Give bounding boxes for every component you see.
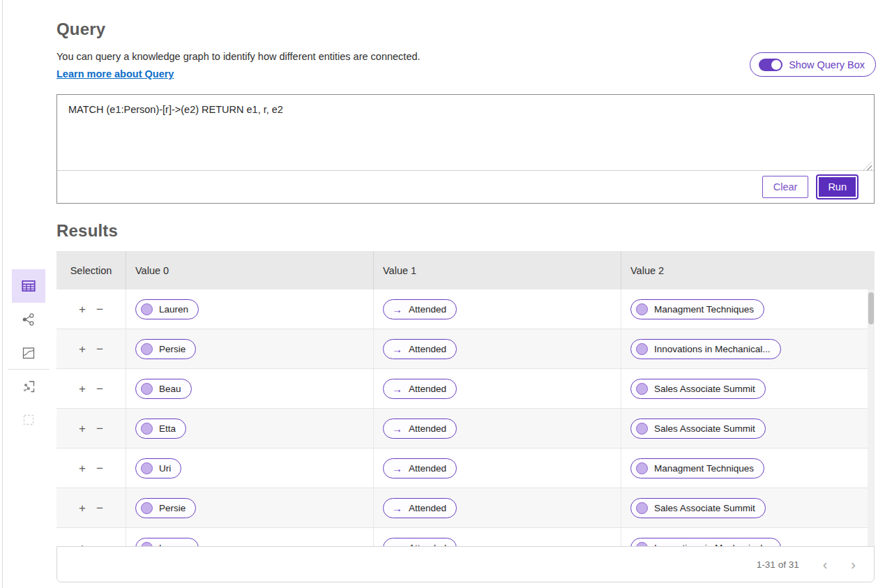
relationship-pill[interactable]: → Attended	[383, 458, 457, 478]
entity-node-icon	[141, 462, 153, 474]
remove-from-selection-button[interactable]: −	[96, 343, 103, 355]
value0-cell: Lauren	[126, 289, 374, 329]
entity-pill[interactable]: Persie	[135, 339, 196, 359]
relationship-pill[interactable]: → Attended	[383, 498, 457, 518]
remove-from-selection-button[interactable]: −	[96, 423, 103, 435]
entity-node-icon	[141, 502, 153, 514]
relationship-pill[interactable]: → Attended	[383, 299, 457, 319]
add-to-selection-button[interactable]: +	[79, 303, 86, 315]
value0-cell: Uri	[126, 448, 374, 488]
value0-cell: Lauren	[126, 528, 374, 546]
value2-cell: Sales Associate Summit	[621, 409, 875, 448]
entity-pill-label: Persie	[159, 503, 186, 513]
relationship-pill-label: Attended	[409, 384, 446, 394]
vertical-scrollbar[interactable]	[868, 289, 875, 546]
table-header-row: Selection Value 0 Value 1 Value 2	[56, 251, 875, 289]
entity-node-icon	[141, 423, 153, 435]
scrollbar-thumb[interactable]	[868, 292, 874, 324]
entity-pill[interactable]: Lauren	[135, 299, 199, 319]
value0-cell: Etta	[126, 409, 374, 448]
value1-cell: → Attended	[374, 409, 621, 448]
chevron-left-icon[interactable]: ‹	[823, 557, 828, 571]
relationship-pill-label: Attended	[409, 503, 446, 513]
relationship-pill-label: Attended	[409, 344, 446, 354]
entity-pill[interactable]: Innovations in Mechanical...	[630, 538, 781, 547]
entity-pill[interactable]: Persie	[135, 498, 196, 518]
entity-pill[interactable]: Uri	[135, 458, 181, 478]
view-tab-network[interactable]	[12, 303, 45, 336]
entity-node-icon	[141, 303, 153, 315]
add-to-selection-button[interactable]: +	[79, 423, 86, 435]
column-header-selection: Selection	[56, 251, 126, 289]
entity-pill[interactable]: Sales Associate Summit	[630, 419, 766, 439]
query-input[interactable]: MATCH (e1:Person)-[r]->(e2) RETURN e1, r…	[57, 95, 874, 170]
table-row: + − Persie → Attended Innovations in Mec…	[56, 329, 875, 369]
value1-cell: → Attended	[374, 528, 621, 546]
value0-cell: Persie	[126, 329, 374, 368]
add-to-selection-button[interactable]: +	[79, 502, 86, 514]
entity-pill-label: Innovations in Mechanical...	[654, 344, 771, 354]
value1-cell: → Attended	[374, 329, 621, 368]
add-to-selection-button[interactable]: +	[79, 462, 86, 474]
entity-pill[interactable]: Etta	[135, 419, 186, 439]
view-tab-map-network[interactable]	[12, 370, 45, 403]
table-view-icon	[20, 278, 37, 294]
results-title: Results	[56, 221, 118, 241]
entity-node-icon	[636, 502, 648, 514]
entity-node-icon	[141, 383, 153, 395]
selection-cell: + −	[56, 448, 126, 488]
selection-cell: + −	[56, 488, 126, 527]
view-tab-table[interactable]	[12, 269, 45, 303]
value2-cell: Sales Associate Summit	[621, 369, 875, 408]
entity-node-icon	[636, 423, 648, 435]
entity-node-icon	[141, 343, 153, 355]
clear-button[interactable]: Clear	[762, 176, 809, 198]
network-view-icon	[21, 312, 36, 327]
view-tab-selection[interactable]	[12, 403, 45, 437]
show-query-box-label: Show Query Box	[789, 59, 865, 70]
entity-pill[interactable]: Beau	[135, 379, 192, 399]
value2-cell: Innovations in Mechanical...	[621, 329, 875, 368]
arrow-right-icon: →	[392, 304, 402, 315]
relationship-pill-label: Attended	[409, 423, 446, 434]
entity-pill[interactable]: Managment Techniques	[630, 299, 764, 319]
column-header-value2: Value 2	[621, 251, 875, 289]
run-button[interactable]: Run	[817, 176, 857, 198]
show-query-box-toggle[interactable]: Show Query Box	[750, 52, 876, 77]
entity-pill[interactable]: Sales Associate Summit	[630, 498, 766, 518]
entity-pill[interactable]: Managment Techniques	[630, 458, 764, 478]
chevron-right-icon[interactable]: ›	[851, 557, 856, 571]
add-to-selection-button[interactable]: +	[79, 343, 86, 355]
entity-pill[interactable]: Sales Associate Summit	[630, 379, 766, 399]
selection-cell: + −	[56, 528, 126, 546]
toggle-switch-icon[interactable]	[759, 59, 782, 71]
entity-pill-label: Managment Techniques	[654, 304, 754, 315]
remove-from-selection-button[interactable]: −	[96, 303, 103, 315]
entity-node-icon	[636, 462, 648, 474]
selection-view-icon	[21, 412, 36, 428]
page-description: You can query a knowledge graph to ident…	[56, 51, 421, 62]
table-row: + − Uri → Attended Managment Techniques	[56, 448, 875, 488]
relationship-pill[interactable]: → Attended	[383, 538, 457, 547]
entity-pill-label: Managment Techniques	[654, 463, 754, 474]
pagination-bar: 1-31 of 31 ‹ ›	[56, 546, 875, 582]
query-editor-panel: MATCH (e1:Person)-[r]->(e2) RETURN e1, r…	[56, 94, 875, 204]
arrow-right-icon: →	[392, 384, 402, 394]
add-to-selection-button[interactable]: +	[79, 383, 86, 395]
entity-pill[interactable]: Lauren	[135, 538, 199, 547]
relationship-pill[interactable]: → Attended	[383, 379, 457, 399]
relationship-pill[interactable]: → Attended	[383, 339, 457, 359]
selection-cell: + −	[56, 409, 126, 448]
entity-pill[interactable]: Innovations in Mechanical...	[630, 339, 781, 359]
learn-more-link[interactable]: Learn more about Query	[56, 68, 174, 80]
table-row: + − Lauren → Attended Managment Techniqu…	[56, 289, 875, 329]
value2-cell: Managment Techniques	[621, 289, 875, 329]
value2-cell: Managment Techniques	[621, 448, 875, 488]
remove-from-selection-button[interactable]: −	[96, 383, 103, 395]
remove-from-selection-button[interactable]: −	[96, 502, 103, 514]
view-tab-map[interactable]	[12, 336, 45, 370]
remove-from-selection-button[interactable]: −	[96, 462, 103, 474]
table-body: + − Lauren → Attended Managment Techniqu…	[56, 289, 875, 546]
relationship-pill[interactable]: → Attended	[383, 419, 457, 439]
results-table: Selection Value 0 Value 1 Value 2 + − La…	[56, 251, 875, 546]
